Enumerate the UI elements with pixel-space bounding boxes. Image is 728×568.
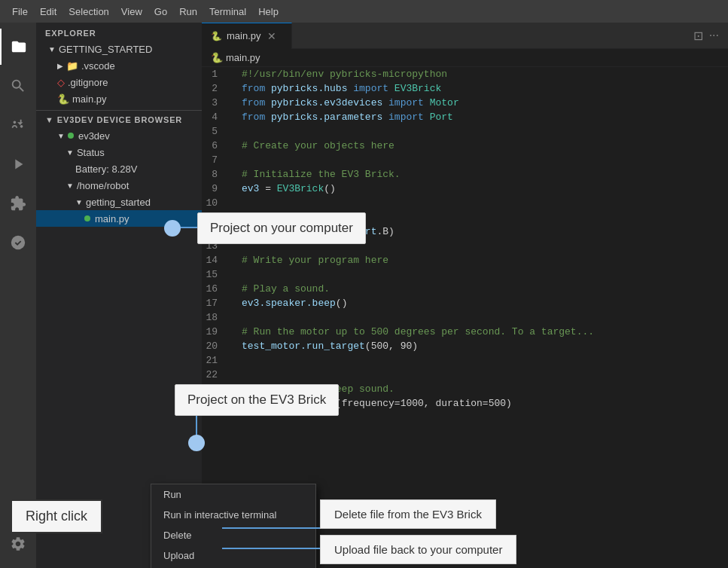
run-icon[interactable] xyxy=(0,146,36,182)
tab-actions: ⊡ ··· xyxy=(690,26,728,46)
computer-tooltip-line xyxy=(181,227,197,228)
gitignore-label: .gitignore xyxy=(68,77,108,88)
explorer-icon[interactable] xyxy=(0,29,36,65)
sidebar-getting-started[interactable]: ▼ GETTING_STARTED xyxy=(36,41,202,57)
chevron-right-icon: ▶ xyxy=(57,62,63,70)
ev3-tooltip-circle xyxy=(188,435,205,451)
svg-point-0 xyxy=(11,236,25,249)
breadcrumb-filename: main.py xyxy=(226,52,260,63)
ev3-tooltip: Project on the EV3 Brick xyxy=(175,384,339,416)
sidebar-getting-started-ev3[interactable]: ▼ getting_started xyxy=(36,194,202,210)
activity-bar xyxy=(0,23,36,568)
tab-bar: 🐍 main.py ✕ ⊡ ··· xyxy=(202,23,728,49)
computer-tooltip-circle xyxy=(164,220,181,237)
sidebar-main-py[interactable]: 🐍 main.py xyxy=(36,90,202,107)
menu-file[interactable]: File xyxy=(6,0,34,23)
context-run-interactive[interactable]: Run in interactive terminal xyxy=(151,505,315,525)
main-py-ev3-dot xyxy=(84,215,90,221)
ev3dev-status-dot xyxy=(68,133,74,139)
search-icon[interactable] xyxy=(0,68,36,104)
more-actions-icon[interactable]: ··· xyxy=(706,26,722,45)
getting-started-ev3-label: getting_started xyxy=(86,197,151,208)
ev3dev-label: ev3dev xyxy=(78,130,110,142)
right-click-label: Right click xyxy=(11,499,102,533)
upload-tooltip: Upload file back to your computer xyxy=(320,535,516,564)
status-label: Status xyxy=(77,147,105,158)
vscode-label: .vscode xyxy=(81,60,115,72)
computer-tooltip: Project on your computer xyxy=(197,212,366,244)
ev3-section: ▼ EV3DEV DEVICE BROWSER ▼ ev3dev ▼ Statu… xyxy=(36,110,202,227)
tab-filename: main.py xyxy=(227,30,261,41)
main-py-label: main.py xyxy=(72,93,107,105)
main-py-ev3-label: main.py xyxy=(95,213,129,224)
context-menu: Run Run in interactive terminal Delete U… xyxy=(151,484,316,568)
sidebar-gitignore[interactable]: ◇ .gitignore xyxy=(36,74,202,90)
sidebar-vscode[interactable]: ▶ 📁 .vscode xyxy=(36,57,202,74)
delete-line xyxy=(222,527,320,529)
menu-go[interactable]: Go xyxy=(148,0,173,23)
context-run[interactable]: Run xyxy=(151,484,315,505)
delete-tooltip: Delete file from the EV3 Brick xyxy=(320,499,496,529)
upload-line xyxy=(222,548,320,549)
sidebar-home-robot[interactable]: ▼ /home/robot xyxy=(36,177,202,194)
ev3dev-chevron-icon: ▼ xyxy=(57,132,65,140)
menu-run[interactable]: Run xyxy=(173,0,203,23)
battery-label: Battery: 8.28V xyxy=(75,163,137,175)
menu-terminal[interactable]: Terminal xyxy=(203,0,252,23)
menu-help[interactable]: Help xyxy=(252,0,285,23)
getting-started-label: GETTING_STARTED xyxy=(59,44,152,55)
ev3-section-title: ▼ EV3DEV DEVICE BROWSER xyxy=(36,111,202,127)
tab-python-icon: 🐍 xyxy=(211,31,222,41)
ev3-icon[interactable] xyxy=(0,224,36,261)
folder-icon: 📁 xyxy=(66,60,78,72)
source-control-icon[interactable] xyxy=(0,107,36,143)
menu-selection[interactable]: Selection xyxy=(62,0,114,23)
menu-bar: File Edit Selection View Go Run Terminal… xyxy=(0,0,728,23)
breadcrumb: 🐍 main.py xyxy=(202,49,728,67)
home-robot-chevron-icon: ▼ xyxy=(66,182,74,190)
git-icon: ◇ xyxy=(57,77,65,88)
python-icon: 🐍 xyxy=(57,93,69,105)
status-chevron-icon: ▼ xyxy=(66,148,74,157)
menu-edit[interactable]: Edit xyxy=(34,0,62,23)
home-robot-label: /home/robot xyxy=(77,180,129,191)
breadcrumb-icon: 🐍 xyxy=(211,52,223,63)
sidebar-status[interactable]: ▼ Status xyxy=(36,144,202,160)
explorer-title: EXPLORER xyxy=(36,23,202,41)
sidebar-battery: Battery: 8.28V xyxy=(36,160,202,177)
sidebar-ev3dev[interactable]: ▼ ev3dev xyxy=(36,127,202,144)
chevron-down-icon: ▼ xyxy=(48,45,56,53)
menu-view[interactable]: View xyxy=(115,0,148,23)
getting-started-ev3-chevron: ▼ xyxy=(75,198,83,206)
tab-close-icon[interactable]: ✕ xyxy=(267,30,276,42)
tab-main-py[interactable]: 🐍 main.py ✕ xyxy=(202,23,292,49)
ev3-title-label: EV3DEV DEVICE BROWSER xyxy=(57,115,182,124)
split-editor-icon[interactable]: ⊡ xyxy=(690,26,706,46)
ev3-chevron-icon: ▼ xyxy=(45,115,54,124)
extensions-icon[interactable] xyxy=(0,185,36,221)
